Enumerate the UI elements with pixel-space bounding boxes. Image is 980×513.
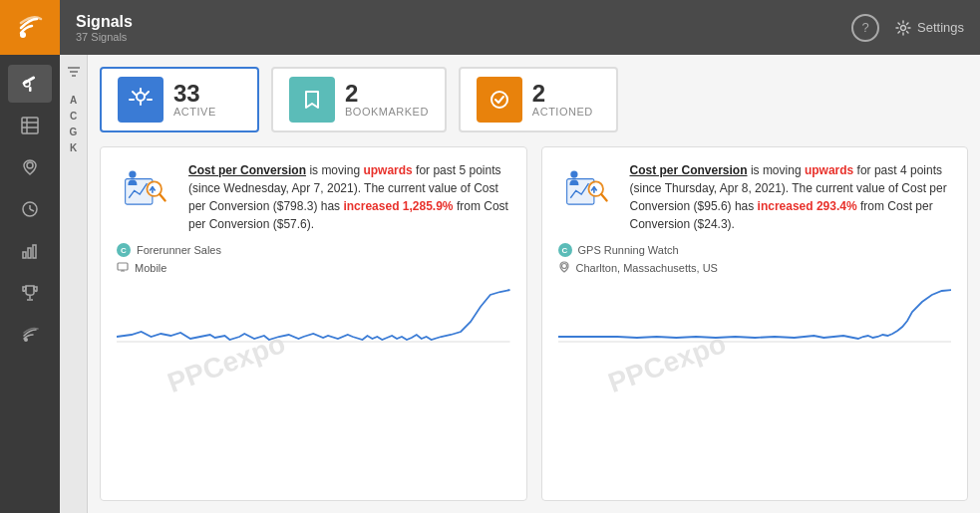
tab-actioned-count: 2 (532, 82, 593, 106)
svg-point-34 (570, 170, 577, 177)
nav-item-chart[interactable] (8, 232, 52, 270)
content-wrapper: A C G K (60, 55, 980, 513)
signal-2-chart (558, 287, 952, 490)
svg-rect-12 (23, 252, 26, 258)
nav-item-clock[interactable] (8, 190, 52, 228)
main-area: Signals 37 Signals ? Settings (60, 0, 980, 513)
main-panel: 33 Active 2 Bookmarked (88, 55, 980, 513)
svg-point-38 (561, 264, 566, 269)
nav-item-telescope[interactable] (8, 65, 52, 103)
svg-rect-14 (33, 245, 36, 258)
svg-point-22 (137, 93, 145, 101)
tab-active-info: 33 Active (173, 82, 216, 118)
signal-2-channel-icon (558, 261, 570, 275)
filter-icon[interactable] (67, 65, 81, 82)
signal-1-metric: Cost per Conversion (188, 163, 306, 177)
signal-card-1-text: Cost per Conversion is moving upwards fo… (188, 161, 510, 233)
tab-bookmarked[interactable]: 2 Bookmarked (271, 67, 447, 132)
signal-1-chart (117, 287, 510, 490)
signal-1-channel-icon (117, 261, 129, 275)
signal-1-campaign-row: C Forerunner Sales (117, 243, 510, 257)
tab-active[interactable]: 33 Active (100, 67, 259, 132)
svg-point-25 (129, 170, 136, 177)
signal-2-direction: upwards (805, 163, 853, 177)
svg-line-11 (30, 209, 34, 211)
nav-item-signal[interactable] (8, 316, 52, 354)
signal-2-campaign-badge: C (558, 243, 572, 257)
signal-2-campaign-row: C GPS Running Watch (558, 243, 952, 257)
tab-actioned-info: 2 Actioned (532, 82, 593, 118)
signal-2-metric: Cost per Conversion (630, 163, 748, 177)
signal-1-campaign: Forerunner Sales (137, 244, 221, 256)
alpha-C[interactable]: C (70, 110, 77, 124)
tab-active-count: 33 (173, 82, 216, 106)
nav-item-trophy[interactable] (8, 274, 52, 312)
alpha-letter-list: A C G K (70, 94, 78, 155)
tab-bookmarked-count: 2 (345, 82, 429, 106)
signal-1-campaign-badge: C (117, 243, 131, 257)
top-header: Signals 37 Signals ? Settings (60, 0, 980, 55)
signal-card-1-top: Cost per Conversion is moving upwards fo… (117, 161, 510, 233)
svg-point-8 (27, 162, 33, 168)
signal-card-2-top: Cost per Conversion is moving upwards fo… (558, 161, 952, 233)
svg-point-18 (901, 25, 906, 30)
app-logo[interactable] (0, 0, 60, 55)
svg-rect-13 (28, 248, 31, 258)
signal-1-change: increased (343, 199, 399, 213)
page-subtitle: 37 Signals (76, 31, 835, 43)
tab-active-icon (118, 77, 163, 123)
tab-actioned-label: Actioned (532, 106, 593, 118)
alpha-G[interactable]: G (70, 126, 78, 139)
svg-rect-29 (118, 263, 128, 270)
signal-2-channel-row: Charlton, Massachusetts, US (558, 261, 952, 275)
signal-2-campaign: GPS Running Watch (578, 244, 679, 256)
alpha-K[interactable]: K (70, 141, 77, 155)
signal-1-channel: Mobile (135, 262, 166, 274)
tab-bookmarked-icon (289, 77, 335, 123)
nav-icon-list (0, 55, 60, 354)
header-title-block: Signals 37 Signals (76, 13, 835, 43)
signal-icon-1 (117, 161, 176, 233)
signal-card-1-meta: C Forerunner Sales Mobile (117, 243, 510, 275)
settings-button[interactable]: Settings (895, 20, 964, 36)
signal-card-1: Cost per Conversion is moving upwards fo… (100, 146, 527, 501)
settings-label: Settings (917, 20, 964, 35)
svg-point-23 (491, 92, 507, 108)
tab-bookmarked-label: Bookmarked (345, 106, 429, 118)
nav-item-table[interactable] (8, 107, 52, 144)
svg-line-27 (160, 194, 164, 200)
signal-2-change: increased 293.4% (758, 199, 857, 213)
signal-card-2-meta: C GPS Running Watch Charlton, Massachuse… (558, 243, 952, 275)
svg-rect-2 (29, 87, 32, 92)
signal-icon-2 (558, 161, 618, 233)
tab-bookmarked-info: 2 Bookmarked (345, 82, 429, 118)
signal-card-2: Cost per Conversion is moving upwards fo… (541, 146, 969, 501)
global-nav (0, 0, 60, 513)
tab-actioned-icon (477, 77, 522, 123)
signal-cards-row: Cost per Conversion is moving upwards fo… (100, 146, 968, 501)
svg-rect-4 (22, 118, 38, 133)
svg-line-36 (601, 194, 606, 200)
tabs-row: 33 Active 2 Bookmarked (100, 67, 968, 132)
left-sidebar: A C G K (60, 55, 88, 513)
alpha-A[interactable]: A (70, 94, 77, 108)
tab-actioned[interactable]: 2 Actioned (459, 67, 618, 132)
signal-1-channel-row: Mobile (117, 261, 510, 275)
signal-2-channel: Charlton, Massachusetts, US (576, 262, 718, 274)
signal-1-pct: 1,285.9% (403, 199, 454, 213)
header-actions: ? Settings (851, 14, 964, 42)
signal-card-2-text: Cost per Conversion is moving upwards fo… (630, 161, 952, 233)
tab-active-label: Active (173, 106, 216, 118)
signal-1-direction: upwards (363, 163, 412, 177)
nav-item-location[interactable] (8, 148, 52, 186)
page-title: Signals (76, 13, 835, 31)
help-button[interactable]: ? (851, 14, 879, 42)
